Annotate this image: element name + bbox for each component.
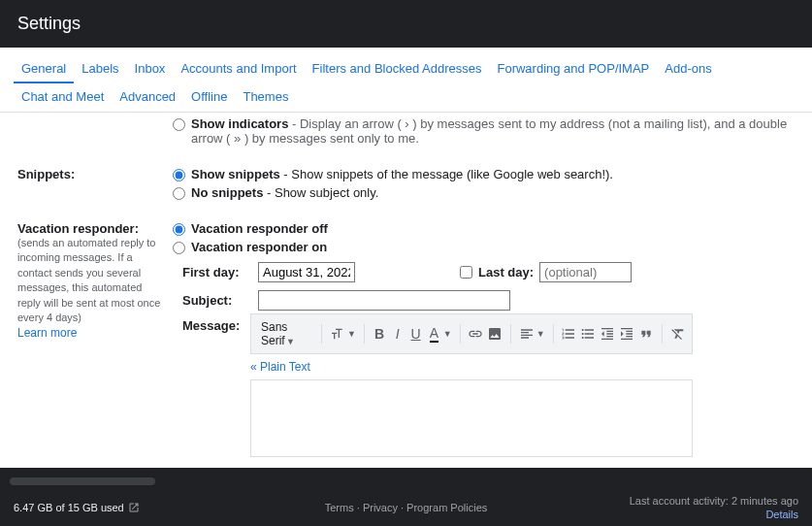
policies-link[interactable]: Program Policies xyxy=(406,502,487,513)
indent-less-icon[interactable] xyxy=(600,322,615,345)
tab-labels[interactable]: Labels xyxy=(74,55,126,83)
tab-advanced[interactable]: Advanced xyxy=(112,83,183,112)
settings-tabs: General Labels Inbox Accounts and Import… xyxy=(0,48,812,113)
details-link[interactable]: Details xyxy=(630,509,798,520)
first-day-label: First day: xyxy=(182,265,250,279)
learn-more-link[interactable]: Learn more xyxy=(17,326,77,340)
vacation-on-radio[interactable] xyxy=(173,242,185,254)
remove-formatting-icon[interactable] xyxy=(670,322,686,345)
message-editor[interactable] xyxy=(250,379,693,457)
link-icon[interactable] xyxy=(468,322,483,345)
horizontal-scrollbar[interactable] xyxy=(10,477,155,485)
show-snippets-radio[interactable] xyxy=(173,169,185,181)
contacts-only-label: Only send a response to people in my Con… xyxy=(269,467,553,468)
last-day-input[interactable] xyxy=(539,262,632,282)
align-dropdown[interactable]: ▼ xyxy=(536,329,545,339)
bold-icon[interactable]: B xyxy=(373,322,387,345)
vacation-desc: (sends an automated reply to incoming me… xyxy=(17,236,163,325)
tab-filters[interactable]: Filters and Blocked Addresses xyxy=(305,55,490,83)
tab-accounts[interactable]: Accounts and Import xyxy=(173,55,304,83)
text-color-icon[interactable]: A xyxy=(427,322,441,345)
no-snippets-radio[interactable] xyxy=(173,187,185,200)
snippets-label: Snippets: xyxy=(17,167,75,181)
account-activity: Last account activity: 2 minutes ago xyxy=(630,495,798,507)
tab-themes[interactable]: Themes xyxy=(235,83,296,112)
privacy-link[interactable]: Privacy xyxy=(363,502,398,513)
tab-general[interactable]: General xyxy=(14,55,74,83)
vacation-label: Vacation responder: xyxy=(17,221,163,236)
font-size-dropdown[interactable]: ▼ xyxy=(347,329,356,339)
window-title: Settings xyxy=(0,0,812,48)
tab-forwarding[interactable]: Forwarding and POP/IMAP xyxy=(489,55,657,83)
settings-body: Show indicators - Display an arrow ( › )… xyxy=(0,113,812,468)
vacation-off-radio[interactable] xyxy=(173,223,185,236)
formatting-toolbar: Sans Serif ▼ ▼ B I U A ▼ xyxy=(250,313,693,354)
first-day-input[interactable] xyxy=(258,262,355,282)
font-size-icon[interactable] xyxy=(330,322,345,345)
tab-chat[interactable]: Chat and Meet xyxy=(14,83,112,112)
image-icon[interactable] xyxy=(487,322,503,345)
tab-inbox[interactable]: Inbox xyxy=(127,55,174,83)
indicators-text: Show indicators - Display an arrow ( › )… xyxy=(191,116,795,146)
tab-offline[interactable]: Offline xyxy=(183,83,235,112)
last-day-checkbox[interactable] xyxy=(460,266,472,279)
indicators-radio[interactable] xyxy=(173,118,185,131)
last-day-label: Last day: xyxy=(478,265,534,279)
no-snippets-label: No snippets - Show subject only. xyxy=(191,185,378,200)
storage-usage[interactable]: 6.47 GB of 15 GB used xyxy=(14,502,140,513)
subject-input[interactable] xyxy=(258,290,510,311)
italic-icon[interactable]: I xyxy=(390,322,405,345)
numbered-list-icon[interactable] xyxy=(561,322,576,345)
vacation-on-label: Vacation responder on xyxy=(191,240,327,254)
quote-icon[interactable] xyxy=(638,322,654,345)
text-color-dropdown[interactable]: ▼ xyxy=(443,329,452,339)
align-icon[interactable] xyxy=(519,322,535,345)
message-label: Message: xyxy=(182,318,250,333)
tab-addons[interactable]: Add-ons xyxy=(657,55,719,83)
font-select[interactable]: Sans Serif ▼ xyxy=(257,318,313,349)
open-in-new-icon xyxy=(128,502,140,513)
footer-links: Terms · Privacy · Program Policies xyxy=(325,502,488,513)
subject-label: Subject: xyxy=(182,293,250,308)
terms-link[interactable]: Terms xyxy=(325,502,354,513)
indent-more-icon[interactable] xyxy=(619,322,634,345)
show-snippets-label: Show snippets - Show snippets of the mes… xyxy=(191,167,613,181)
plain-text-link[interactable]: « Plain Text xyxy=(250,360,795,374)
underline-icon[interactable]: U xyxy=(408,322,423,345)
bulleted-list-icon[interactable] xyxy=(580,322,596,345)
vacation-off-label: Vacation responder off xyxy=(191,221,328,236)
